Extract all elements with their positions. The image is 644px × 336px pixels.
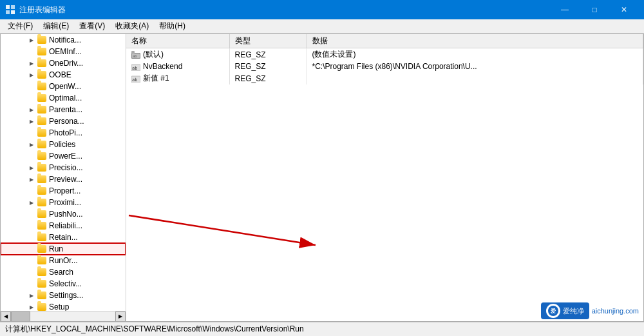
svg-text:ab: ab (132, 66, 137, 71)
tree-label-openw: OpenW... (49, 82, 81, 91)
expand-icon-powere[interactable] (26, 151, 37, 161)
tree-label-optimal: Optimal... (49, 94, 82, 103)
tree-item-runor[interactable]: RunOr... (1, 255, 126, 266)
tree-label-oeminf: OEMInf... (49, 47, 82, 56)
watermark-url: aichunjing.com (592, 307, 639, 315)
h-scroll-track[interactable] (11, 311, 115, 322)
tree-item-retain[interactable]: Retain... (1, 232, 126, 243)
menu-bar: 文件(F) 编辑(E) 查看(V) 收藏夹(A) 帮助(H) (0, 19, 644, 34)
tree-label-onedrive: OneDriv... (49, 59, 83, 68)
folder-icon-setup (37, 302, 47, 311)
expand-icon-proximi[interactable]: ▶ (26, 197, 37, 208)
folder-icon-preview (37, 175, 47, 184)
expand-icon-retain[interactable] (26, 232, 37, 242)
menu-edit[interactable]: 编辑(E) (38, 19, 74, 33)
tree-item-persona[interactable]: ▶Persona... (1, 115, 126, 127)
expand-icon-search[interactable] (26, 267, 37, 277)
expand-icon-settings[interactable]: ▶ (26, 290, 37, 301)
svg-text:ab: ab (133, 54, 137, 58)
folder-icon-optimal (37, 94, 47, 103)
tree-item-selectiv[interactable]: Selectiv... (1, 278, 126, 290)
folder-icon-search (37, 268, 47, 277)
expand-icon-onedrive[interactable]: ▶ (26, 58, 37, 68)
h-scroll-left[interactable]: ◀ (1, 311, 11, 322)
expand-icon-policies[interactable]: ▶ (26, 139, 37, 150)
tree-item-notifica[interactable]: ▶Notifica... (1, 34, 126, 46)
tree-label-powere: PowerE... (49, 152, 82, 161)
tree-item-pushno[interactable]: PushNo... (1, 208, 126, 220)
tree-item-settings[interactable]: ▶Settings... (1, 290, 126, 301)
table-row[interactable]: ab (默认)REG_SZ(数值未设置) (126, 48, 643, 61)
tree-item-setup[interactable]: ▶Setup (1, 301, 126, 311)
expand-icon-openw[interactable] (26, 81, 37, 92)
tree-label-propert: Propert... (49, 186, 80, 195)
folder-icon-notifica (37, 35, 47, 44)
expand-icon-propert[interactable] (26, 186, 37, 196)
h-scroll-right[interactable]: ▶ (115, 311, 126, 322)
folder-icon-policies (37, 140, 47, 149)
svg-text:ab: ab (132, 77, 137, 83)
h-scrollbar[interactable]: ◀ ▶ (1, 311, 126, 321)
watermark: 爱 爱纯净 aichunjing.com (541, 302, 639, 319)
table-row[interactable]: ab 新值 #1REG_SZ (126, 72, 643, 84)
minimize-button[interactable]: — (550, 0, 580, 19)
cell-data-1: *C:\Program Files (x86)\NVIDIA Corporati… (307, 61, 643, 72)
close-button[interactable]: ✕ (609, 0, 639, 19)
menu-help[interactable]: 帮助(H) (154, 19, 191, 33)
tree-label-search: Search (49, 268, 73, 277)
expand-icon-selectiv[interactable] (26, 279, 37, 289)
expand-icon-run[interactable] (26, 244, 37, 254)
expand-icon-setup[interactable]: ▶ (26, 302, 37, 311)
tree-item-precisio[interactable]: ▶Precisio... (1, 162, 126, 173)
tree-item-proximi[interactable]: ▶Proximi... (1, 197, 126, 208)
expand-icon-parenta[interactable]: ▶ (26, 104, 37, 115)
svg-rect-1 (11, 5, 15, 9)
expand-icon-reliabili[interactable] (26, 221, 37, 231)
tree-label-setup: Setup (49, 302, 69, 311)
tree-item-onedrive[interactable]: ▶OneDriv... (1, 57, 126, 69)
expand-icon-preview[interactable]: ▶ (26, 174, 37, 184)
maximize-button[interactable]: □ (580, 0, 609, 19)
expand-icon-oeminf[interactable] (26, 46, 37, 57)
tree-item-photopi[interactable]: PhotoPi... (1, 127, 126, 139)
tree-item-search[interactable]: Search (1, 266, 126, 278)
h-scroll-thumb[interactable] (11, 311, 30, 322)
window-controls: — □ ✕ (550, 0, 639, 19)
col-header-name: 名称 (126, 34, 229, 48)
tree-item-optimal[interactable]: Optimal... (1, 92, 126, 104)
expand-icon-oobe[interactable]: ▶ (26, 70, 37, 80)
folder-icon-oeminf (37, 47, 47, 56)
tree-item-oeminf[interactable]: OEMInf... (1, 46, 126, 57)
expand-icon-persona[interactable]: ▶ (26, 116, 37, 126)
tree-label-policies: Policies (49, 140, 75, 149)
menu-file[interactable]: 文件(F) (3, 19, 38, 33)
tree-scroll[interactable]: ▶Notifica...OEMInf...▶OneDriv...▶OOBEOpe… (1, 34, 126, 311)
folder-icon-selectiv (37, 279, 47, 288)
folder-icon-retain (37, 233, 47, 242)
tree-item-propert[interactable]: Propert... (1, 185, 126, 197)
expand-icon-photopi[interactable] (26, 128, 37, 138)
expand-icon-pushno[interactable] (26, 209, 37, 219)
tree-item-reliabili[interactable]: Reliabili... (1, 220, 126, 232)
table-row[interactable]: ab NvBackendREG_SZ*C:\Program Files (x86… (126, 61, 643, 72)
tree-item-policies[interactable]: ▶Policies (1, 139, 126, 150)
expand-icon-precisio[interactable]: ▶ (26, 163, 37, 173)
tree-item-powere[interactable]: PowerE... (1, 150, 126, 162)
expand-icon-runor[interactable] (26, 255, 37, 266)
tree-item-openw[interactable]: OpenW... (1, 81, 126, 92)
folder-icon-persona (37, 117, 47, 126)
tree-item-preview[interactable]: ▶Preview... (1, 173, 126, 185)
title-bar: 注册表编辑器 — □ ✕ (0, 0, 644, 19)
tree-label-run: Run (49, 244, 63, 253)
expand-icon-optimal[interactable] (26, 93, 37, 103)
status-path: 计算机\HKEY_LOCAL_MACHINE\SOFTWARE\Microsof… (5, 324, 304, 335)
svg-rect-0 (6, 5, 10, 9)
tree-item-run[interactable]: Run (1, 243, 126, 255)
expand-icon-notifica[interactable]: ▶ (26, 35, 37, 45)
folder-icon-run (37, 244, 47, 253)
menu-view[interactable]: 查看(V) (74, 19, 110, 33)
menu-favorites[interactable]: 收藏夹(A) (110, 19, 154, 33)
tree-item-oobe[interactable]: ▶OOBE (1, 69, 126, 81)
tree-label-retain: Retain... (49, 233, 78, 242)
tree-item-parenta[interactable]: ▶Parenta... (1, 104, 126, 115)
